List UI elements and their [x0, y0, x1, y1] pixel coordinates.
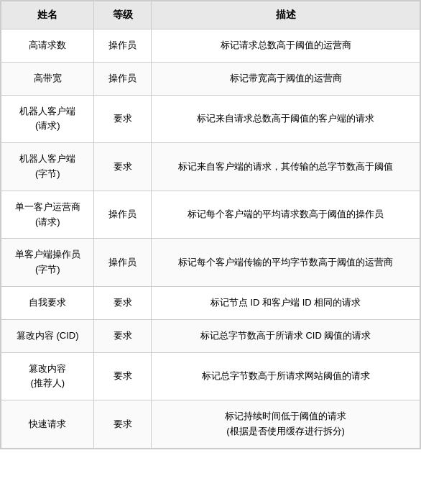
- cell-level: 要求: [94, 286, 152, 319]
- table-row: 篡改内容 (推荐人)要求标记总字节数高于所请求网站阈值的请求: [1, 352, 420, 400]
- cell-level: 要求: [94, 400, 152, 449]
- cell-level: 操作员: [94, 62, 152, 95]
- cell-level: 要求: [94, 352, 152, 400]
- table-row: 自我要求要求标记节点 ID 和客户端 ID 相同的请求: [1, 286, 420, 319]
- table-row: 单一客户运营商 (请求)操作员标记每个客户端的平均请求数高于阈值的操作员: [1, 191, 420, 239]
- header-level: 等级: [94, 1, 152, 29]
- cell-level: 要求: [94, 143, 152, 191]
- cell-name: 快速请求: [1, 400, 94, 449]
- cell-name: 篡改内容 (推荐人): [1, 352, 94, 400]
- cell-name: 自我要求: [1, 286, 94, 319]
- header-desc: 描述: [152, 1, 420, 29]
- cell-name: 单一客户运营商 (请求): [1, 191, 94, 239]
- table-row: 机器人客户端 (字节)要求标记来自客户端的请求，其传输的总字节数高于阈值: [1, 143, 420, 191]
- cell-level: 操作员: [94, 191, 152, 239]
- cell-desc: 标记带宽高于阈值的运营商: [152, 62, 420, 95]
- table-row: 高带宽操作员标记带宽高于阈值的运营商: [1, 62, 420, 95]
- table-row: 高请求数操作员标记请求总数高于阈值的运营商: [1, 29, 420, 63]
- cell-desc: 标记节点 ID 和客户端 ID 相同的请求: [152, 286, 420, 319]
- cell-desc: 标记请求总数高于阈值的运营商: [152, 29, 420, 63]
- cell-desc: 标记总字节数高于所请求网站阈值的请求: [152, 352, 420, 400]
- cell-level: 要求: [94, 319, 152, 352]
- table-header-row: 姓名 等级 描述: [1, 1, 420, 29]
- cell-desc: 标记总字节数高于所请求 CID 阈值的请求: [152, 319, 420, 352]
- cell-level: 操作员: [94, 239, 152, 287]
- cell-desc: 标记每个客户端的平均请求数高于阈值的操作员: [152, 191, 420, 239]
- table-row: 单客户端操作员 (字节)操作员标记每个客户端传输的平均字节数高于阈值的运营商: [1, 239, 420, 287]
- table-row: 机器人客户端 (请求)要求标记来自请求总数高于阈值的客户端的请求: [1, 95, 420, 143]
- cell-desc: 标记持续时间低于阈值的请求 (根据是否使用缓存进行拆分): [152, 400, 420, 449]
- main-table-container: 姓名 等级 描述 高请求数操作员标记请求总数高于阈值的运营商高带宽操作员标记带宽…: [0, 0, 421, 449]
- cell-name: 机器人客户端 (字节): [1, 143, 94, 191]
- cell-name: 单客户端操作员 (字节): [1, 239, 94, 287]
- cell-name: 机器人客户端 (请求): [1, 95, 94, 143]
- table-row: 篡改内容 (CID)要求标记总字节数高于所请求 CID 阈值的请求: [1, 319, 420, 352]
- cell-name: 高请求数: [1, 29, 94, 63]
- header-name: 姓名: [1, 1, 94, 29]
- cell-name: 篡改内容 (CID): [1, 319, 94, 352]
- data-table: 姓名 等级 描述 高请求数操作员标记请求总数高于阈值的运营商高带宽操作员标记带宽…: [1, 1, 420, 449]
- cell-desc: 标记来自客户端的请求，其传输的总字节数高于阈值: [152, 143, 420, 191]
- cell-name: 高带宽: [1, 62, 94, 95]
- cell-level: 要求: [94, 95, 152, 143]
- cell-desc: 标记每个客户端传输的平均字节数高于阈值的运营商: [152, 239, 420, 287]
- table-row: 快速请求要求标记持续时间低于阈值的请求 (根据是否使用缓存进行拆分): [1, 400, 420, 449]
- cell-desc: 标记来自请求总数高于阈值的客户端的请求: [152, 95, 420, 143]
- cell-level: 操作员: [94, 29, 152, 63]
